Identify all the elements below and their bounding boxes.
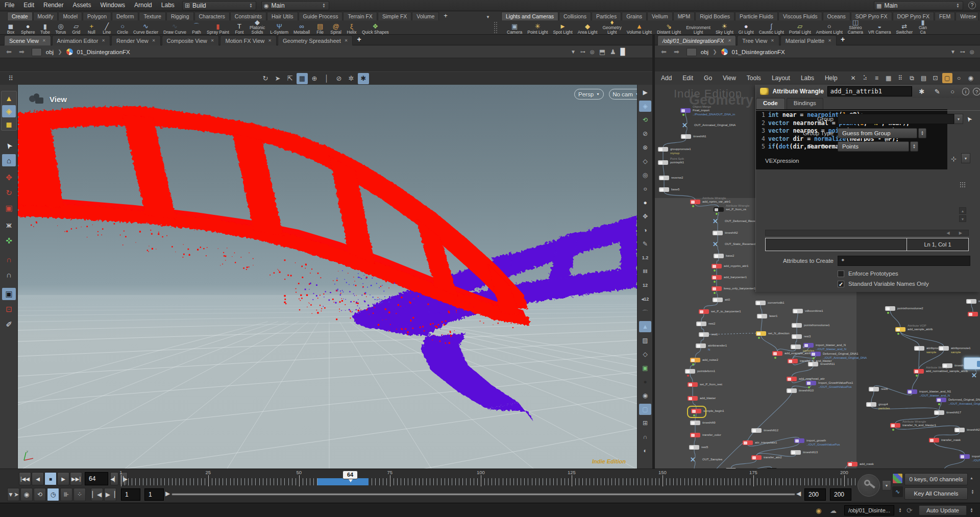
show-points-icon[interactable]: ◼	[2, 118, 16, 131]
add-pane-tab[interactable]: +	[354, 35, 364, 45]
memory-icon[interactable]: ☁	[830, 505, 837, 515]
node-group2[interactable]	[791, 344, 801, 349]
camera-selector[interactable]: No cam▼	[609, 89, 637, 100]
square-icon[interactable]: ▉	[621, 48, 626, 56]
keys-up-icon[interactable]: ▲	[970, 476, 973, 480]
tab-close-icon[interactable]: ✕	[828, 38, 831, 43]
right-toolbar-icon-3[interactable]: ⊘	[639, 128, 651, 139]
attribs-field[interactable]: *	[838, 256, 970, 266]
right-toolbar-icon-0[interactable]: ▶	[639, 87, 651, 98]
tool-torus[interactable]: ◎Torus	[53, 20, 68, 35]
node-pointsfromvolume2[interactable]	[885, 306, 895, 311]
context-path-field[interactable]: /obj/01_Disinte...	[844, 505, 894, 515]
node-laser1[interactable]	[757, 314, 767, 318]
right-toolbar-icon-1[interactable]: ◈	[639, 101, 651, 112]
shelf-tab-hair-utils[interactable]: Hair Utils	[267, 12, 298, 20]
tool-ambient-light[interactable]: ○Ambient Light	[814, 20, 845, 35]
range-slider-track[interactable]	[172, 493, 795, 496]
shelf-tab-particles[interactable]: Particles	[592, 12, 621, 20]
node-set_P_from_vs[interactable]	[714, 207, 724, 212]
tool-box[interactable]: ◼Box	[3, 20, 18, 35]
desktop-right-spinner[interactable]: ▲ ▼	[955, 2, 961, 9]
shelf-tab-fem[interactable]: FEM	[935, 12, 955, 20]
node-rest5[interactable]	[689, 445, 699, 450]
shelf-tab-model[interactable]: Model	[58, 12, 82, 20]
range-slider-right-handle[interactable]: ◀	[796, 490, 801, 497]
tool-gi-light[interactable]: ●GI Light	[736, 20, 756, 35]
back-icon[interactable]: ⬅	[6, 48, 15, 56]
checkbox-checked[interactable]: ✓	[838, 281, 844, 287]
build-spinner[interactable]: ▲ ▼	[248, 2, 254, 9]
right-toolbar-icon-24[interactable]: ⊞	[639, 417, 651, 429]
current-frame-flag[interactable]: 64	[342, 471, 358, 479]
select-tool-icon[interactable]: ➤	[272, 73, 283, 84]
key-all-channels-button[interactable]: Key All Channels	[904, 487, 968, 500]
search-icon[interactable]: ○	[947, 88, 959, 95]
frame-back-icon[interactable]: ◀▏	[110, 472, 118, 485]
tool-quick-shapes[interactable]: ❖Quick Shapes	[359, 20, 391, 35]
param-tab-code[interactable]: Code	[756, 98, 785, 109]
menu-assets[interactable]: Assets	[68, 0, 95, 10]
key-button[interactable]	[857, 474, 880, 497]
shelf-tab-constraints[interactable]: Constraints	[230, 12, 266, 20]
node-null[interactable]: ✕	[713, 219, 718, 224]
node-name-field[interactable]: add_in_attrib1	[827, 86, 913, 96]
node-add_noise2[interactable]	[690, 358, 700, 362]
brush-icon[interactable]: ✎	[932, 88, 943, 95]
tab-material-palette[interactable]: Material Palette✕	[780, 35, 837, 45]
node-transfer_attr2[interactable]	[751, 455, 762, 460]
tool-grid[interactable]: ▱Grid	[68, 20, 84, 35]
tool-spiral[interactable]: @Spiral	[328, 20, 344, 35]
range-end2-field[interactable]: 200	[830, 488, 851, 501]
render-indicator-icon[interactable]: ◉	[816, 505, 821, 515]
tool-l-system[interactable]: ΨL-System	[267, 20, 291, 35]
node-transfer_mask[interactable]	[929, 438, 939, 442]
shelf-tab-particle-fluids[interactable]: Particle Fluids	[735, 12, 778, 20]
node-pointsfromvolume1[interactable]	[792, 323, 802, 328]
node-add_myprim_attr1[interactable]	[712, 264, 722, 268]
context-spinner[interactable]: ▲ ▼	[897, 505, 903, 515]
netmenu-edit[interactable]: Edit	[682, 75, 693, 82]
key-all-spinner[interactable]: ▲ ▼	[970, 488, 975, 496]
right-toolbar-icon-10[interactable]: ◑	[639, 225, 651, 236]
node-Deformed_Original_DNA2[interactable]	[936, 398, 946, 402]
right-toolbar-icon-7[interactable]: ○	[639, 183, 651, 194]
node-rest6[interactable]	[869, 387, 879, 391]
tab-tree-view[interactable]: Tree View✕	[737, 35, 779, 45]
desktop-selector-right[interactable]: ▦Main▲ ▼	[874, 1, 963, 10]
right-toolbar-icon-19[interactable]: ◇	[639, 349, 651, 360]
camera-tool-icon[interactable]: ▣	[2, 288, 16, 300]
path-node[interactable]: 01_DisintegrationFX	[732, 49, 785, 55]
scroll-down-icon[interactable]: ▼	[959, 215, 966, 222]
transform-axis-icon[interactable]: ✜	[2, 235, 16, 247]
node-timeshift20[interactable]	[942, 363, 952, 368]
tick-display-icon[interactable]: ⊪	[60, 488, 72, 501]
right-toolbar-icon-16[interactable]: ⌒	[639, 307, 651, 318]
run-over-spinner[interactable]: ▲ ▼	[910, 141, 918, 152]
menu-arnold[interactable]: Arnold	[130, 0, 157, 10]
tool-gan-ca[interactable]: ▮Gan Ca	[915, 20, 930, 35]
range-start2-field[interactable]: 1	[144, 488, 164, 501]
node-add_barycenter1[interactable]	[712, 275, 722, 280]
lock-icon[interactable]: ⌂	[2, 154, 16, 166]
node-add_color[interactable]	[968, 312, 978, 316]
tool-camera[interactable]: ▣Camera	[504, 20, 525, 35]
grid-dots-icon[interactable]: ⠿	[895, 73, 905, 83]
transport-start[interactable]: |◀◀	[19, 472, 31, 485]
node-base2[interactable]	[714, 254, 724, 258]
keys-channels-button[interactable]: 0 keys, 0/0 channels	[904, 473, 968, 485]
path-root[interactable]: obj	[701, 49, 708, 55]
node-attribpromote1[interactable]	[939, 346, 949, 351]
tool-distant-light[interactable]: ⇘Distant Light	[654, 20, 683, 35]
keyframe-colors-icon[interactable]	[892, 473, 903, 484]
node-rest1[interactable]	[699, 332, 709, 337]
scene-viewport[interactable]: ViewPersp▼No cam▼Indie Editiony	[18, 85, 637, 469]
node-import_growth[interactable]	[794, 438, 804, 443]
tool-metaball[interactable]: ∞Metaball	[291, 20, 312, 35]
gear-options-icon[interactable]: ✱	[358, 73, 369, 84]
secure-selection-icon[interactable]: ◈	[2, 105, 16, 117]
grip-dots[interactable]	[960, 182, 966, 188]
shelf-tab-lights-and-cameras[interactable]: Lights and Cameras	[501, 12, 558, 20]
node-null[interactable]: ✕	[682, 123, 688, 128]
grid-menu-icon[interactable]: ⠿	[5, 73, 16, 84]
